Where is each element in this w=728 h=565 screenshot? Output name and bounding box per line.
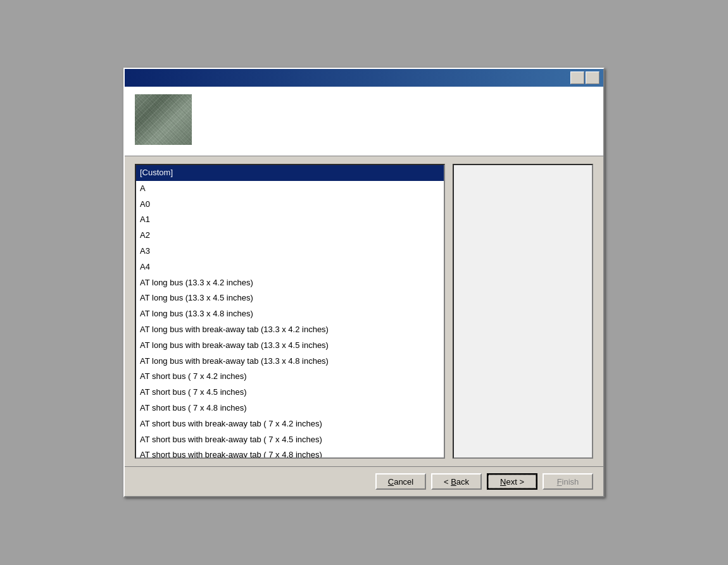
list-item[interactable]: AT long bus (13.3 x 4.2 inches) bbox=[136, 275, 444, 291]
list-item[interactable]: AT short bus with break-away tab ( 7 x 4… bbox=[136, 432, 444, 448]
list-item[interactable]: AT long bus with break-away tab (13.3 x … bbox=[136, 354, 444, 369]
next-button[interactable]: Next > bbox=[487, 473, 537, 490]
footer: Cancel < Back Next > Finish bbox=[125, 466, 603, 496]
list-item[interactable]: A0 bbox=[136, 197, 444, 213]
back-button[interactable]: < Back bbox=[431, 473, 482, 490]
main-content: [Custom]AA0A1A2A3A4AT long bus (13.3 x 4… bbox=[125, 156, 603, 466]
list-item[interactable]: A4 bbox=[136, 259, 444, 275]
finish-button[interactable]: Finish bbox=[543, 473, 593, 490]
main-window: [Custom]AA0A1A2A3A4AT long bus (13.3 x 4… bbox=[123, 68, 605, 497]
list-item[interactable]: AT long bus with break-away tab (13.3 x … bbox=[136, 338, 444, 354]
title-bar bbox=[125, 69, 603, 87]
list-item[interactable]: AT short bus ( 7 x 4.5 inches) bbox=[136, 385, 444, 400]
list-item[interactable]: A3 bbox=[136, 244, 444, 259]
list-item[interactable]: A1 bbox=[136, 212, 444, 228]
window-content: [Custom]AA0A1A2A3A4AT long bus (13.3 x 4… bbox=[125, 87, 603, 496]
list-item[interactable]: [Custom] bbox=[136, 165, 444, 181]
board-list[interactable]: [Custom]AA0A1A2A3A4AT long bus (13.3 x 4… bbox=[136, 165, 444, 457]
cancel-button[interactable]: Cancel bbox=[375, 473, 426, 490]
list-item[interactable]: AT short bus ( 7 x 4.2 inches) bbox=[136, 369, 444, 385]
list-item[interactable]: AT short bus ( 7 x 4.8 inches) bbox=[136, 400, 444, 416]
header-image bbox=[135, 94, 192, 145]
list-item[interactable]: AT long bus (13.3 x 4.8 inches) bbox=[136, 306, 444, 322]
help-button[interactable] bbox=[570, 71, 584, 84]
board-list-panel: [Custom]AA0A1A2A3A4AT long bus (13.3 x 4… bbox=[135, 164, 445, 459]
list-item[interactable]: AT short bus with break-away tab ( 7 x 4… bbox=[136, 416, 444, 432]
header-text bbox=[202, 94, 593, 98]
list-item[interactable]: AT short bus with break-away tab ( 7 x 4… bbox=[136, 447, 444, 457]
list-item[interactable]: AT long bus (13.3 x 4.5 inches) bbox=[136, 290, 444, 306]
title-bar-buttons bbox=[570, 71, 599, 84]
list-item[interactable]: A2 bbox=[136, 228, 444, 244]
list-item[interactable]: AT long bus with break-away tab (13.3 x … bbox=[136, 322, 444, 338]
preview-panel bbox=[453, 164, 593, 459]
header-section bbox=[125, 87, 603, 156]
close-button[interactable] bbox=[586, 71, 599, 84]
list-item[interactable]: A bbox=[136, 181, 444, 197]
